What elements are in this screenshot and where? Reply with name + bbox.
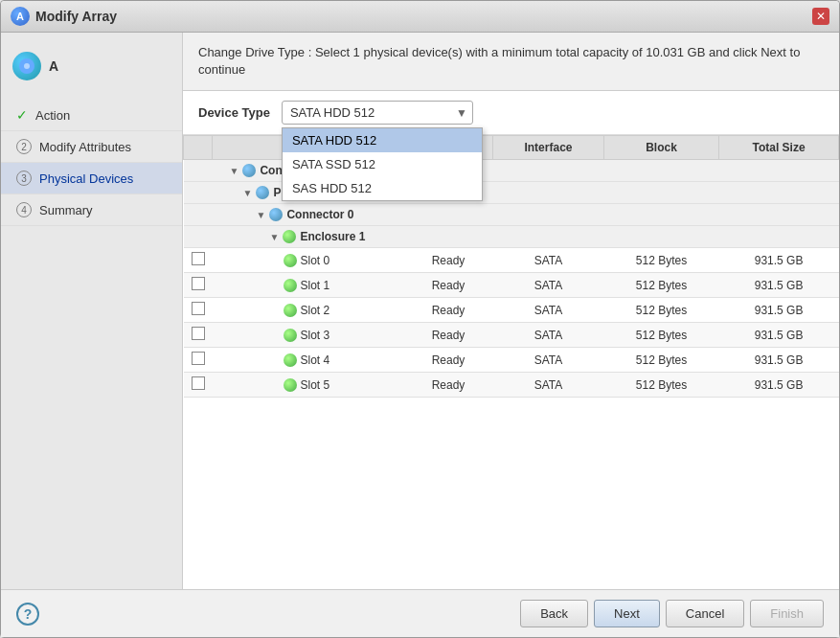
- sidebar-item-action[interactable]: ✓ Action: [1, 100, 182, 131]
- slot-2-checkbox[interactable]: [192, 302, 205, 315]
- slot-3-size: 931.5 GB: [719, 323, 839, 348]
- slot-2-status: Ready: [404, 298, 493, 323]
- slot-1-status: Ready: [404, 273, 493, 298]
- tree-cell: ▼ Enclosure 1: [220, 230, 397, 243]
- slot-1-icon: [284, 279, 297, 292]
- sidebar-label-action: Action: [35, 108, 70, 123]
- slot-0-checkbox[interactable]: [192, 252, 205, 265]
- table-row: Slot 3 Ready SATA 512 Bytes 931.5 GB: [184, 323, 839, 348]
- instruction-text: Change Drive Type : Select 1 physical de…: [198, 45, 800, 77]
- connector-icon: [242, 164, 256, 177]
- collapse-icon[interactable]: ▼: [230, 166, 239, 176]
- row-cell: Slot 2: [213, 298, 404, 323]
- collapse-icon[interactable]: ▼: [257, 210, 266, 220]
- step-number-4: 4: [16, 202, 32, 217]
- slot-2-block: 512 Bytes: [604, 298, 719, 323]
- slot-0-size: 931.5 GB: [719, 248, 839, 273]
- dialog-title: Modify Array: [35, 9, 117, 24]
- row-cell: [404, 226, 493, 248]
- slot-4-status: Ready: [404, 348, 493, 373]
- tree-cell: Slot 1: [220, 279, 397, 292]
- row-cell: [604, 204, 719, 226]
- collapse-icon[interactable]: ▼: [270, 232, 280, 242]
- table-row: Slot 1 Ready SATA 512 Bytes 931.5 GB: [184, 273, 839, 298]
- cancel-button[interactable]: Cancel: [666, 600, 744, 627]
- slot-5-size: 931.5 GB: [719, 373, 839, 398]
- slot-4-block: 512 Bytes: [604, 348, 719, 373]
- slot-0-label: Slot 0: [301, 254, 330, 267]
- row-cell: [184, 160, 213, 182]
- slot-2-interface: SATA: [492, 298, 603, 323]
- title-bar-left: A Modify Array: [11, 7, 117, 26]
- row-cell: [719, 204, 839, 226]
- slot-2-size: 931.5 GB: [719, 298, 839, 323]
- dropdown-item-sata-hdd-512[interactable]: SATA HDD 512: [283, 128, 482, 152]
- slot-5-label: Slot 5: [301, 378, 330, 392]
- device-type-select[interactable]: SATA HDD 512 SATA SSD 512 SAS HDD 512: [282, 101, 473, 125]
- slot-5-status: Ready: [404, 373, 493, 398]
- device-type-select-wrapper: SATA HDD 512 SATA SSD 512 SAS HDD 512 ▼ …: [282, 101, 473, 125]
- row-cell: Slot 4: [213, 348, 404, 373]
- slot-5-icon: [284, 378, 297, 392]
- row-cell: [604, 182, 719, 204]
- row-cell: Slot 3: [213, 323, 404, 348]
- row-cell: [604, 226, 719, 248]
- row-cell: Slot 0: [213, 248, 404, 273]
- footer-bar: ? Back Next Cancel Finish: [1, 589, 839, 637]
- row-cell: ▼ Connector 0: [213, 204, 404, 226]
- slot-0-status: Ready: [404, 248, 493, 273]
- close-button[interactable]: ✕: [812, 8, 829, 25]
- row-cell: [184, 348, 213, 373]
- table-row: Slot 4 Ready SATA 512 Bytes 931.5 GB: [184, 348, 839, 373]
- sidebar-label-modify-attributes: Modify Attributes: [39, 140, 131, 154]
- slot-5-checkbox[interactable]: [192, 376, 205, 390]
- back-button[interactable]: Back: [520, 600, 588, 627]
- row-cell: [719, 160, 839, 182]
- sidebar-header: A: [1, 42, 182, 100]
- help-icon[interactable]: ?: [16, 603, 39, 626]
- tree-cell: Slot 4: [220, 353, 397, 367]
- sidebar-item-summary[interactable]: 4 Summary: [1, 194, 182, 226]
- slot-3-status: Ready: [404, 323, 493, 348]
- row-cell: [184, 226, 213, 248]
- slot-4-icon: [284, 353, 297, 367]
- slot-0-block: 512 Bytes: [604, 248, 719, 273]
- slot-4-checkbox[interactable]: [192, 352, 205, 365]
- sidebar-item-physical-devices[interactable]: 3 Physical Devices: [1, 163, 182, 194]
- dropdown-item-sas-hdd-512[interactable]: SAS HDD 512: [283, 176, 482, 200]
- tree-cell: Slot 5: [220, 378, 397, 392]
- sidebar-item-modify-attributes[interactable]: 2 Modify Attributes: [1, 131, 182, 163]
- svg-point-1: [24, 63, 30, 69]
- slot-1-label: Slot 1: [301, 279, 330, 292]
- tree-cell: Slot 0: [220, 254, 397, 267]
- device-type-label: Device Type: [198, 105, 270, 120]
- slot-3-interface: SATA: [492, 323, 603, 348]
- dropdown-item-sata-ssd-512[interactable]: SATA SSD 512: [283, 152, 482, 176]
- dialog-icon: A: [11, 7, 30, 26]
- col-interface: Interface: [492, 136, 603, 160]
- dropdown-menu: SATA HDD 512 SATA SSD 512 SAS HDD 512: [282, 127, 483, 201]
- node-label: Enclosure 1: [300, 230, 365, 243]
- finish-button[interactable]: Finish: [750, 600, 824, 627]
- row-cell: [719, 182, 839, 204]
- row-cell: [404, 204, 493, 226]
- main-panel: Change Drive Type : Select 1 physical de…: [183, 33, 839, 589]
- table-row: ▼ Enclosure 1: [184, 226, 839, 248]
- row-cell: Slot 5: [213, 373, 404, 398]
- check-icon-action: ✓: [16, 107, 28, 123]
- table-row: Slot 2 Ready SATA 512 Bytes 931.5 GB: [184, 298, 839, 323]
- row-cell: [184, 204, 213, 226]
- slot-1-interface: SATA: [492, 273, 603, 298]
- row-cell: [184, 273, 213, 298]
- slot-1-checkbox[interactable]: [192, 277, 205, 290]
- step-number-2: 2: [16, 139, 32, 154]
- tree-cell: Slot 3: [220, 329, 397, 342]
- next-button[interactable]: Next: [594, 600, 660, 627]
- collapse-icon[interactable]: ▼: [243, 188, 253, 198]
- modify-array-dialog: A Modify Array ✕ A ✓ Action 2 Modify Att…: [0, 0, 840, 638]
- slot-5-block: 512 Bytes: [604, 373, 719, 398]
- table-row: Slot 5 Ready SATA 512 Bytes 931.5 GB: [184, 373, 839, 398]
- row-cell: ▼ Enclosure 1: [213, 226, 404, 248]
- slot-3-checkbox[interactable]: [192, 327, 205, 340]
- instruction-bar: Change Drive Type : Select 1 physical de…: [183, 33, 839, 91]
